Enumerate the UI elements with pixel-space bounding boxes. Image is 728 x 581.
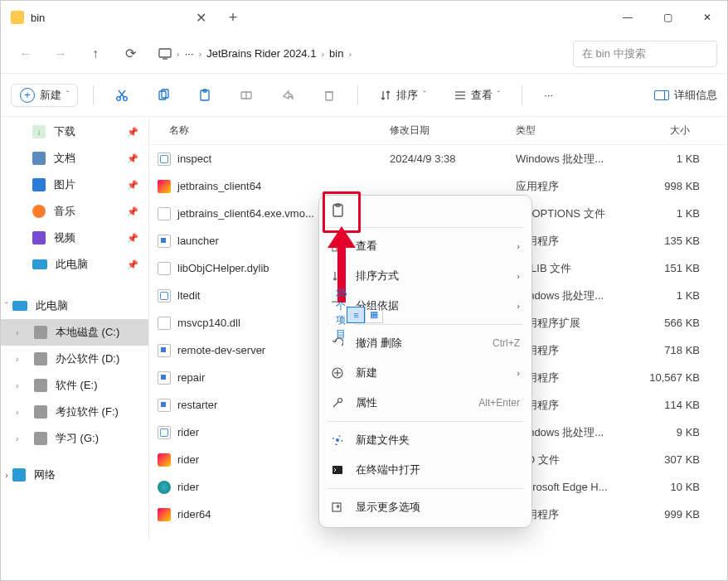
chevron-right-icon: › [177, 49, 180, 59]
file-row[interactable]: inspect2024/4/9 3:38Windows 批处理...1 KB [149, 145, 727, 172]
file-name: remote-dev-server [177, 344, 265, 356]
file-type: Windows 批处理... [516, 152, 632, 167]
paste-button[interactable] [192, 82, 218, 109]
file-name: rider [177, 453, 199, 466]
chevron-right-icon: › [517, 368, 520, 378]
sidebar-label: 此电脑 [56, 257, 88, 272]
share-button[interactable] [274, 82, 301, 109]
sidebar-item-documents[interactable]: 文档📌 [1, 145, 148, 172]
sidebar-label: 软件 (E:) [56, 378, 98, 393]
details-pane-button[interactable]: 详细信息 [654, 88, 717, 103]
sidebar-item-network[interactable]: ›网络 [1, 462, 148, 488]
refresh-button[interactable]: ⟳ [115, 39, 145, 69]
sidebar-item-videos[interactable]: 视频📌 [1, 225, 148, 251]
sidebar-item-drive-e[interactable]: ›软件 (E:) [1, 372, 148, 399]
column-headers: 名称 修改日期 类型 大小 [149, 117, 727, 145]
separator [328, 324, 523, 325]
view-grid-button[interactable]: ▦ [365, 307, 383, 323]
copy-button[interactable] [150, 82, 177, 109]
picture-icon [32, 178, 46, 191]
file-size: 135 KB [632, 235, 700, 247]
file-size: 718 KB [632, 344, 700, 356]
file-name: libObjCHelper.dylib [177, 262, 269, 274]
column-header-date[interactable]: 修改日期 [390, 123, 516, 138]
back-button[interactable]: ← [11, 39, 41, 69]
tab-close-button[interactable]: ✕ [195, 12, 206, 23]
file-type: 应用程序 [516, 179, 632, 194]
maximize-button[interactable]: ▢ [648, 1, 687, 34]
context-item-properties[interactable]: 属性Alt+Enter [319, 388, 531, 418]
sidebar-label: 网络 [34, 467, 56, 482]
sidebar-label: 此电脑 [36, 298, 68, 313]
view-button[interactable]: 查看 ˇ [448, 85, 507, 106]
pc-icon [32, 259, 47, 269]
file-name: launcher [177, 235, 219, 247]
file-type: VMOPTIONS 文件 [516, 206, 632, 221]
view-details-button[interactable]: ≡ [347, 307, 365, 323]
context-item-show-more[interactable]: 显示更多选项 [319, 492, 531, 522]
forward-button[interactable]: → [46, 39, 75, 69]
new-button[interactable]: + 新建 ˇ [11, 84, 78, 107]
file-type: Windows 批处理... [516, 288, 632, 303]
column-header-size[interactable]: 大小 [632, 123, 703, 138]
sidebar-section-this-pc[interactable]: ˇ此电脑 [1, 293, 148, 319]
svg-point-30 [338, 399, 342, 403]
file-name: rider [177, 481, 199, 493]
file-size: 1 KB [632, 289, 700, 302]
context-item-new-folder[interactable]: 新建文件夹 [319, 425, 531, 455]
search-input[interactable]: 在 bin 中搜索 [573, 41, 717, 67]
file-size: 10,567 KB [632, 371, 700, 384]
column-header-name[interactable]: 名称 [149, 123, 390, 138]
sidebar-item-drive-f[interactable]: ›考拉软件 (F:) [1, 399, 148, 425]
rename-button[interactable] [233, 82, 260, 109]
sidebar-item-this-pc-quick[interactable]: 此电脑📌 [1, 251, 148, 278]
sidebar-item-downloads[interactable]: ↓下载📌 [1, 119, 148, 145]
file-type: 应用程序 [516, 370, 632, 385]
context-item-open-terminal[interactable]: 在终端中打开 [319, 455, 531, 485]
pin-icon: 📌 [127, 259, 138, 270]
sidebar-item-drive-g[interactable]: ›学习 (G:) [1, 425, 148, 452]
context-item-undo[interactable]: 撤消 删除Ctrl+Z [319, 328, 531, 358]
sidebar-item-music[interactable]: 音乐📌 [1, 198, 148, 225]
sidebar-label: 下载 [54, 124, 75, 139]
sidebar-item-pictures[interactable]: 图片📌 [1, 172, 148, 198]
active-tab[interactable]: bin ✕ [1, 1, 216, 34]
new-icon [331, 366, 344, 380]
file-icon [158, 262, 171, 275]
tab-title: bin [31, 12, 45, 24]
pin-icon: 📌 [127, 233, 138, 244]
sort-button[interactable]: 排序 ˇ [373, 85, 432, 106]
chevron-right-icon: › [16, 381, 18, 390]
chevron-right-icon: › [1, 471, 12, 480]
cut-button[interactable] [109, 82, 135, 109]
context-label: 新建 [356, 366, 377, 380]
window-controls: — ▢ ✕ [608, 1, 727, 34]
view-label: 查看 [471, 88, 493, 103]
minimize-button[interactable]: — [608, 1, 648, 34]
chevron-right-icon: › [16, 434, 18, 443]
pc-icon [158, 48, 172, 60]
breadcrumb-segment[interactable]: JetBrains Rider 2024.1 [206, 47, 316, 60]
column-header-type[interactable]: 类型 [516, 123, 632, 138]
separator [522, 85, 522, 105]
breadcrumb[interactable]: › ··· › JetBrains Rider 2024.1 › bin › [150, 47, 568, 60]
separator [328, 421, 523, 422]
sidebar-item-drive-c[interactable]: ›本地磁盘 (C:) [1, 319, 148, 346]
file-name: ltedit [177, 289, 200, 302]
delete-button[interactable] [316, 82, 342, 109]
pin-icon: 📌 [127, 180, 138, 191]
separator [328, 488, 523, 489]
up-button[interactable]: ↑ [80, 39, 110, 69]
more-button[interactable]: ··· [537, 85, 560, 104]
sidebar-item-drive-d[interactable]: ›办公软件 (D:) [1, 346, 148, 372]
new-tab-button[interactable]: + [216, 1, 250, 34]
breadcrumb-ellipsis[interactable]: ··· [185, 47, 194, 60]
svg-rect-12 [326, 92, 332, 100]
breadcrumb-segment[interactable]: bin [329, 47, 343, 60]
pin-icon: 📌 [127, 127, 138, 138]
new-label: 新建 [40, 88, 61, 103]
file-icon [158, 289, 171, 303]
close-window-button[interactable]: ✕ [687, 1, 727, 34]
nav-bar: ← → ↑ ⟳ › ··· › JetBrains Rider 2024.1 ›… [1, 34, 727, 74]
context-item-new[interactable]: 新建› [319, 358, 531, 388]
